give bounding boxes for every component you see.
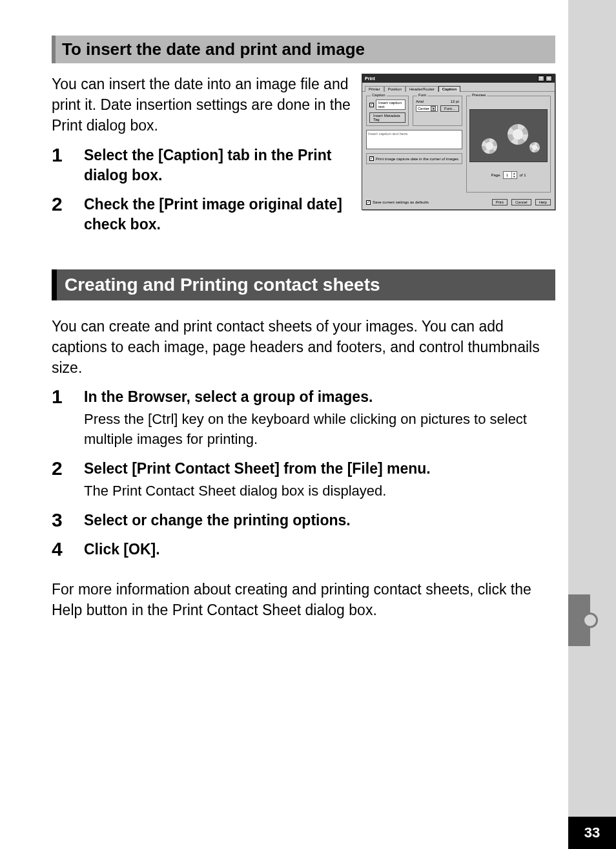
step-item: 2 Check the [Print image original date] … xyxy=(52,194,351,235)
step-number: 1 xyxy=(52,145,68,165)
step-heading: Select [Print Contact Sheet] from the [F… xyxy=(84,459,555,479)
window-help-button[interactable]: ? xyxy=(538,76,544,81)
step-item: 1 In the Browser, select a group of imag… xyxy=(52,387,555,450)
insert-caption-text-label: Insert caption text xyxy=(376,100,406,110)
tab-caption[interactable]: Caption xyxy=(438,86,460,92)
caption-group-label: Caption xyxy=(371,93,387,97)
step-number: 3 xyxy=(52,510,68,530)
step-number: 2 xyxy=(52,459,68,478)
font-group-label: Font xyxy=(417,93,427,97)
page-label-pre: Page xyxy=(491,173,500,177)
page-label-post: of 1 xyxy=(520,173,526,177)
font-align-value: Center xyxy=(418,107,429,110)
page-number-value: 1 xyxy=(504,173,511,177)
step-item: 1 Select the [Caption] tab in the Print … xyxy=(52,145,351,185)
window-close-button[interactable]: x xyxy=(546,76,552,81)
help-button[interactable]: Help xyxy=(535,199,551,205)
print-image-date-label: Print image capture date in the corner o… xyxy=(376,157,458,161)
font-size-value: 12 pt xyxy=(451,100,459,103)
tab-printer[interactable]: Printer xyxy=(365,86,384,92)
chevron-down-icon: ▾ xyxy=(431,106,436,111)
step-item: 2 Select [Print Contact Sheet] from the … xyxy=(52,459,555,501)
insert-metadata-tag-button[interactable]: Insert Metadata Tag xyxy=(369,112,406,123)
step-item: 4 Click [OK]. xyxy=(52,540,555,560)
font-button[interactable]: Font... xyxy=(440,105,459,112)
print-dialog-screenshot: Print ? x Printer Position Header/Footer… xyxy=(362,74,555,210)
step-heading: In the Browser, select a group of images… xyxy=(84,387,555,407)
preview-image xyxy=(469,109,548,162)
print-button[interactable]: Print xyxy=(492,199,508,205)
section2-outro: For more information about creating and … xyxy=(52,579,555,620)
flower-icon xyxy=(529,142,540,152)
font-name-value: Arial xyxy=(416,100,424,103)
page-margin-strip: 33 xyxy=(568,0,616,849)
step-number: 4 xyxy=(52,540,68,559)
dialog-title: Print xyxy=(365,76,375,81)
spinner-icon[interactable]: ▴▾ xyxy=(511,172,517,178)
page-number-field[interactable]: 1 ▴▾ xyxy=(503,171,517,179)
step-item: 3 Select or change the printing options. xyxy=(52,510,555,530)
section1-intro: You can insert the date into an image fi… xyxy=(52,74,351,136)
step-description: The Print Contact Sheet dialog box is di… xyxy=(84,481,555,501)
save-defaults-label: Save current settings as defaults xyxy=(373,200,429,204)
step-heading: Check the [Print image original date] ch… xyxy=(84,194,351,235)
cancel-button[interactable]: Cancel xyxy=(511,199,531,205)
step-number: 1 xyxy=(52,387,68,406)
step-heading: Click [OK]. xyxy=(84,540,555,560)
page-number: 33 xyxy=(568,817,616,849)
tab-position[interactable]: Position xyxy=(384,86,406,92)
insert-caption-text-checkbox[interactable]: ✓ xyxy=(369,103,374,107)
save-defaults-checkbox[interactable]: ✓ xyxy=(366,200,371,205)
print-image-date-checkbox[interactable]: ✓ xyxy=(369,156,374,161)
flower-icon xyxy=(482,138,497,154)
section-heading-contact-sheets: Creating and Printing contact sheets xyxy=(52,269,555,300)
side-index-tab xyxy=(568,594,590,646)
section2-intro: You can create and print contact sheets … xyxy=(52,316,555,379)
flower-icon xyxy=(508,124,528,145)
side-index-dot xyxy=(582,613,598,628)
preview-group-label: Preview xyxy=(471,93,487,97)
caption-text-area[interactable]: Insert caption text here. xyxy=(366,130,462,149)
step-heading: Select the [Caption] tab in the Print di… xyxy=(84,145,351,185)
step-description: Press the [Ctrl] key on the keyboard whi… xyxy=(84,410,555,450)
step-heading: Select or change the printing options. xyxy=(84,510,555,530)
subsection-heading-insert-date: To insert the date and print and image xyxy=(52,36,555,63)
step-number: 2 xyxy=(52,194,68,214)
font-align-select[interactable]: Center ▾ xyxy=(416,105,438,112)
tab-header-footer[interactable]: Header/Footer xyxy=(406,86,438,92)
